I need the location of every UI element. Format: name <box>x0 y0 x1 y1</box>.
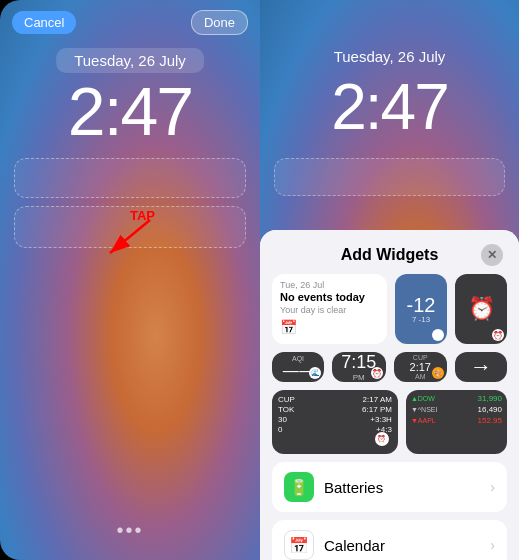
table-col2-3: 0 <box>278 425 282 434</box>
done-button[interactable]: Done <box>191 10 248 35</box>
time-pm-widget[interactable]: 7:15 PM ⏰ <box>332 352 386 382</box>
aqi-label: AQI <box>292 355 304 362</box>
batteries-chevron-icon: › <box>490 479 495 495</box>
widget-row-1: Tue, 26 Jul No events today Your day is … <box>272 274 507 344</box>
widget-row-3: CUP 2:17 AM TOK 6:17 PM 30 +3:3H 0 +4:3 <box>272 390 507 454</box>
weather-widget[interactable]: -12 7 -13 🌤 <box>395 274 447 344</box>
stock-nsei-row: ▼^NSEI 16,490 <box>411 405 502 414</box>
lock-screen-date: Tuesday, 26 July <box>56 48 204 73</box>
left-panel: Cancel Done Tuesday, 26 July 2:47 TAP ••… <box>0 0 260 560</box>
weather-badge: 🌤 <box>432 329 444 341</box>
table-badge: ⏰ <box>375 432 389 446</box>
weather-range: 7 -13 <box>412 315 430 324</box>
stock-nsei-label: ▼^NSEI <box>411 406 438 413</box>
lock-screen-time: 2:47 <box>68 72 192 150</box>
alarm-icon: ⏰ <box>468 296 495 322</box>
cancel-button[interactable]: Cancel <box>12 11 76 34</box>
close-button[interactable]: ✕ <box>481 244 503 266</box>
cal-date-line: Tue, 26 Jul <box>280 280 379 290</box>
table-row-1: CUP 2:17 AM <box>278 395 392 404</box>
table-row-3: 30 +3:3H <box>278 415 392 424</box>
stock-aapl-label: ▼AAPL <box>411 417 436 424</box>
table-col2-2: +3:3H <box>370 415 392 424</box>
aqi-widget[interactable]: AQI — — 🌊 <box>272 352 324 382</box>
table-tok-time: 6:17 PM <box>362 405 392 414</box>
calendar-widget[interactable]: Tue, 26 Jul No events today Your day is … <box>272 274 387 344</box>
cup-am-label: CUP <box>413 354 428 361</box>
bottom-dots: ••• <box>116 519 143 542</box>
stock-aapl-value: 152.95 <box>478 416 502 425</box>
svg-line-1 <box>110 220 150 253</box>
cup-am-ampm: AM <box>415 373 426 380</box>
batteries-icon: 🔋 <box>284 472 314 502</box>
stock-dow-row: ▲DOW 31,990 <box>411 394 502 403</box>
table-tok-label: TOK <box>278 405 294 414</box>
table-cup-label: CUP <box>278 395 295 404</box>
calendar-list-item[interactable]: 📅 Calendar › <box>272 520 507 560</box>
panel-title: Add Widgets <box>298 246 481 264</box>
calendar-chevron-icon: › <box>490 537 495 553</box>
batteries-list-item[interactable]: 🔋 Batteries › <box>272 462 507 512</box>
widget-row-2: AQI — — 🌊 7:15 PM ⏰ CUP 2:17 AM 🎨 → <box>272 352 507 382</box>
alarm-badge: ⏰ <box>492 329 504 341</box>
stock-dow-value: 31,990 <box>478 394 502 403</box>
table-row-2: TOK 6:17 PM <box>278 405 392 414</box>
cup-am-time: 2:17 <box>410 361 431 373</box>
tap-arrow-icon <box>100 215 160 265</box>
table-col2-1: 30 <box>278 415 287 424</box>
stock-widget[interactable]: ▲DOW 31,990 ▼^NSEI 16,490 ▼AAPL 152.95 <box>406 390 507 454</box>
stock-aapl-row: ▼AAPL 152.95 <box>411 416 502 425</box>
panel-header: Add Widgets ✕ <box>260 230 519 274</box>
time-pm-ampm: PM <box>353 373 365 382</box>
widgets-scroll-area[interactable]: Tue, 26 Jul No events today Your day is … <box>260 274 519 462</box>
stock-dow-label: ▲DOW <box>411 395 435 402</box>
cal-events-title: No events today <box>280 291 379 303</box>
right-lock-time: 2:47 <box>331 70 448 144</box>
weather-temp: -12 <box>407 295 436 315</box>
stock-nsei-value: 16,490 <box>478 405 502 414</box>
right-widget-slot[interactable] <box>274 158 505 196</box>
table-row-4: 0 +4:3 <box>278 425 392 434</box>
calendar-icon: 📅 <box>284 530 314 560</box>
cup-am-badge: 🎨 <box>432 367 444 379</box>
cup-am-widget[interactable]: CUP 2:17 AM 🎨 <box>394 352 448 382</box>
aqi-badge: 🌊 <box>309 367 321 379</box>
calendar-label: Calendar <box>324 537 385 554</box>
add-widgets-panel: Add Widgets ✕ Tue, 26 Jul No events toda… <box>260 230 519 560</box>
cal-icon: 📅 <box>280 319 379 335</box>
top-bar: Cancel Done <box>0 10 260 35</box>
batteries-label: Batteries <box>324 479 383 496</box>
table-widget[interactable]: CUP 2:17 AM TOK 6:17 PM 30 +3:3H 0 +4:3 <box>272 390 398 454</box>
arrow-widget[interactable]: → <box>455 352 507 382</box>
right-lock-date: Tuesday, 26 July <box>334 48 446 65</box>
widget-slot-top[interactable] <box>14 158 246 198</box>
cal-sub-text: Your day is clear <box>280 305 379 315</box>
arrow-icon: → <box>470 354 492 380</box>
table-cup-time: 2:17 AM <box>363 395 392 404</box>
alarm-widget[interactable]: ⏰ ⏰ <box>455 274 507 344</box>
time-pm-badge: ⏰ <box>371 367 383 379</box>
right-panel: Tuesday, 26 July 2:47 Add Widgets ✕ Tue,… <box>260 0 519 560</box>
